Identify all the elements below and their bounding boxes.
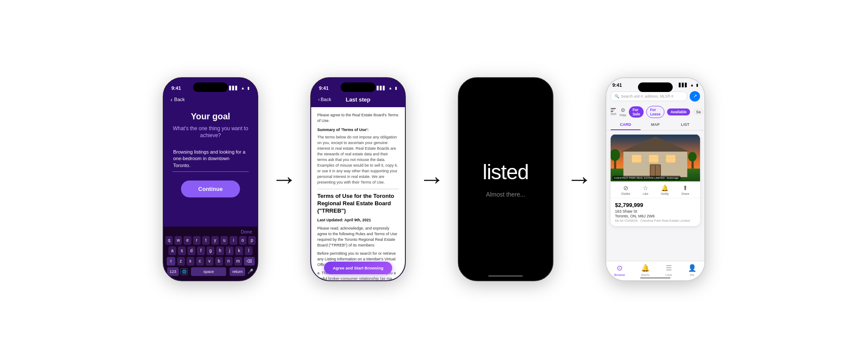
like-icon: ☆ xyxy=(643,184,648,191)
status-time-4: 9:41 xyxy=(612,82,622,88)
filter-button[interactable]: ⚙ Filter xyxy=(620,107,627,117)
terms-divider xyxy=(317,189,399,189)
phone1-content: 9:41 ▋▋▋ ▲ ▮ ‹ Back Your goal What's the… xyxy=(164,78,257,280)
kb-row-1: q w e r t y u i o p xyxy=(165,236,256,245)
wifi-icon: ▲ xyxy=(241,86,245,90)
kb-m[interactable]: m xyxy=(234,257,242,266)
kb-f[interactable]: f xyxy=(197,246,205,255)
phone1-main: Your goal What's the one thing you want … xyxy=(164,103,257,227)
phone-3: listed Almost there... xyxy=(458,77,553,281)
kb-z[interactable]: z xyxy=(177,257,185,266)
alerts-icon: 🔔 xyxy=(641,264,650,272)
kb-x[interactable]: x xyxy=(187,257,194,266)
kb-a[interactable]: a xyxy=(168,246,176,255)
back-chevron-icon: ‹ xyxy=(171,96,172,103)
tab-bar-alerts[interactable]: 🔔 Alerts xyxy=(641,264,650,277)
arrow-icon: ↗ xyxy=(693,93,697,99)
kb-space[interactable]: space xyxy=(191,267,226,276)
dynamic-island-4 xyxy=(638,82,673,92)
continue-button[interactable]: Continue xyxy=(181,181,240,197)
kb-u[interactable]: u xyxy=(220,236,228,245)
kb-return[interactable]: return xyxy=(230,267,245,276)
kb-s[interactable]: s xyxy=(178,246,186,255)
like-label: Like xyxy=(643,192,648,195)
phone2-header-title: Last step xyxy=(345,96,370,103)
home-indicator-4 xyxy=(640,277,671,279)
back-chevron-2: ‹ xyxy=(318,97,320,102)
kb-h[interactable]: h xyxy=(216,246,224,255)
kb-e[interactable]: e xyxy=(184,236,191,245)
app-logo-text: listed xyxy=(483,160,529,184)
filter-row: Sort ⚙ Filter For Sale For Lease Availab… xyxy=(606,104,704,120)
chip-for-lease[interactable]: For Lease xyxy=(646,106,664,118)
search-icon: 🔍 xyxy=(615,94,619,99)
kb-b[interactable]: b xyxy=(215,257,223,266)
kb-t[interactable]: t xyxy=(202,236,210,245)
kb-k[interactable]: k xyxy=(235,246,243,255)
browse-icon: ⊙ xyxy=(617,264,622,272)
back-button-2[interactable]: ‹ Back xyxy=(318,97,331,102)
kb-d[interactable]: d xyxy=(187,246,195,255)
svg-rect-8 xyxy=(651,165,655,176)
phone-4: 9:41 ▋▋▋ ▲ ▮ 🔍 Search unit #, address, M… xyxy=(605,77,705,281)
notify-icon: 🔔 xyxy=(661,184,668,191)
chip-for-sale[interactable]: For Sale xyxy=(629,106,644,118)
tab-bar-me-label: Me xyxy=(690,273,694,277)
tab-card[interactable]: CARD xyxy=(611,120,641,130)
agree-start-browsing-button[interactable]: Agree and Start Browsing xyxy=(324,262,392,274)
like-button[interactable]: ☆ Like xyxy=(643,184,648,195)
listing-card[interactable]: CHESTNUT PARK REAL ESTATE LIMITED · brok… xyxy=(611,134,700,226)
goal-input[interactable]: Browsing listings and looking for a one-… xyxy=(172,146,249,172)
terms-main-title: Terms of Use for the Toronto Regional Re… xyxy=(317,193,399,215)
kb-q[interactable]: q xyxy=(165,236,173,245)
home-indicator-3 xyxy=(488,275,523,277)
tab-bar-browse[interactable]: ⊙ Browse xyxy=(614,264,625,277)
notify-button[interactable]: 🔔 Notify xyxy=(661,184,669,195)
kb-globe-icon[interactable]: 🌐 xyxy=(181,268,187,275)
back-label-2: Back xyxy=(321,97,331,102)
search-bar[interactable]: 🔍 Search unit #, address, MLS® # xyxy=(611,92,687,101)
signal-icon-2: ▋▋▋ xyxy=(377,86,386,90)
kb-j[interactable]: j xyxy=(226,246,233,255)
svg-rect-5 xyxy=(649,155,658,163)
tab-bar-lists[interactable]: ☰ Lists xyxy=(665,264,672,277)
phone-1: 9:41 ▋▋▋ ▲ ▮ ‹ Back Your goal What's the… xyxy=(163,77,258,281)
dynamic-island-3 xyxy=(488,82,523,92)
kb-g[interactable]: g xyxy=(207,246,214,255)
kb-p[interactable]: p xyxy=(248,236,256,245)
tab-map[interactable]: MAP xyxy=(641,120,671,130)
tab-bar-me[interactable]: 👤 Me xyxy=(688,264,697,277)
listing-city: Toronto, ON, M6J 2W6 xyxy=(615,214,696,218)
kb-o[interactable]: o xyxy=(239,236,247,245)
kb-y[interactable]: y xyxy=(211,236,219,245)
tab-bar-browse-label: Browse xyxy=(614,273,625,277)
chip-available[interactable]: Available xyxy=(667,108,690,115)
dislike-button[interactable]: ⊘ Dislike xyxy=(621,184,630,195)
chip-more[interactable]: Sa xyxy=(693,108,704,115)
filter-sliders-icon: ⚙ xyxy=(621,107,625,113)
kb-v[interactable]: v xyxy=(206,257,214,266)
tab-list[interactable]: LIST xyxy=(670,120,700,130)
terms-summary-body: The terms below do not impose any obliga… xyxy=(317,135,399,185)
sort-button[interactable]: Sort xyxy=(611,108,616,115)
phone2-scroll[interactable]: Please agree to the Real Estate Board's … xyxy=(311,107,405,280)
kb-c[interactable]: c xyxy=(196,257,204,266)
phone3-content: listed Almost there... xyxy=(459,78,552,280)
kb-n[interactable]: n xyxy=(225,257,233,266)
loading-text: Almost there... xyxy=(486,191,525,198)
kb-123[interactable]: 123 xyxy=(167,267,179,276)
main-scene: 9:41 ▋▋▋ ▲ ▮ ‹ Back Your goal What's the… xyxy=(0,0,868,358)
keyboard-done-btn[interactable]: Done xyxy=(165,229,256,236)
navigation-arrow-button[interactable]: ↗ xyxy=(690,91,700,102)
kb-shift[interactable]: ⇧ xyxy=(167,257,175,266)
kb-r[interactable]: r xyxy=(193,236,201,245)
kb-l[interactable]: l xyxy=(245,246,253,255)
terms-date: Last Updated: April 9th, 2021 xyxy=(317,217,399,223)
kb-delete[interactable]: ⌫ xyxy=(244,257,255,266)
signal-icon: ▋▋▋ xyxy=(229,86,238,90)
share-button[interactable]: ⬆ Share xyxy=(681,184,690,195)
kb-i[interactable]: i xyxy=(230,236,237,245)
kb-mic-icon[interactable]: 🎤 xyxy=(247,268,254,275)
back-button-1[interactable]: Back xyxy=(174,97,184,102)
kb-w[interactable]: w xyxy=(174,236,182,245)
